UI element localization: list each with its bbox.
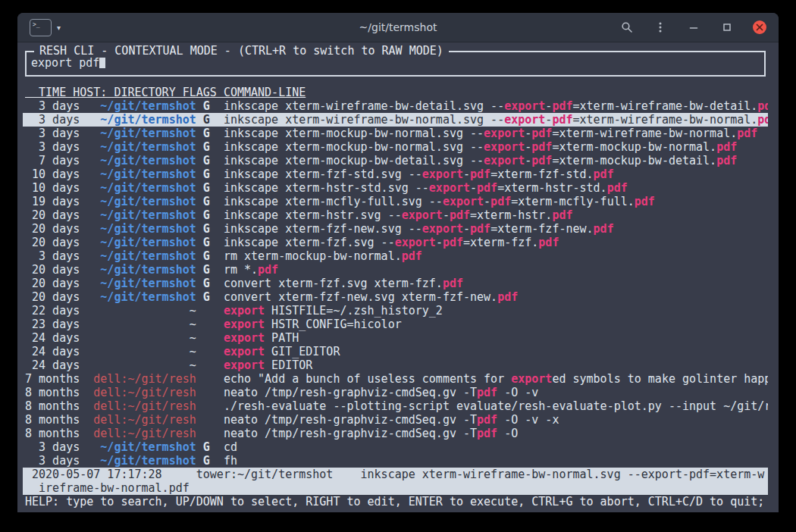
search-icon <box>621 21 633 33</box>
search-button[interactable] <box>619 20 635 35</box>
row-host: ~ <box>80 331 196 345</box>
titlebar: >_ ▾ ~/git/termshot <box>17 13 779 42</box>
table-row[interactable]: 3 days ~/git/termshot G cd <box>23 440 768 454</box>
row-command: neato /tmp/resh-graphviz-cmdSeq.gv -Tpdf… <box>224 413 559 427</box>
table-row[interactable]: 3 days ~/git/termshot G rm xterm-mockup-… <box>23 249 768 263</box>
row-flag <box>196 386 224 399</box>
table-row[interactable]: 7 months dell:~/git/resh echo "Add a bun… <box>23 372 768 386</box>
row-command: fh <box>224 454 237 468</box>
table-row[interactable]: 10 days ~/git/termshot G inkscape xterm-… <box>23 167 768 181</box>
table-row[interactable]: 20 days ~/git/termshot G convert xterm-f… <box>23 290 768 304</box>
table-row[interactable]: 24 days ~ export EDITOR <box>23 358 768 372</box>
table-row[interactable]: 24 days ~ export PATH <box>23 331 768 345</box>
history-list: 3 days ~/git/termshot G inkscape xterm-w… <box>23 99 768 468</box>
row-host: dell:~/git/resh <box>80 386 196 399</box>
kebab-menu-icon <box>654 21 666 33</box>
row-command: inkscape xterm-mockup-bw-normal.svg --ex… <box>224 140 737 154</box>
row-host: ~/git/termshot <box>80 277 196 290</box>
search-box-title: RESH CLI - CONTEXTUAL MODE - (CTRL+R to … <box>34 44 449 58</box>
row-time: 3 days <box>25 140 80 154</box>
table-row[interactable]: 10 days ~/git/termshot G inkscape xterm-… <box>23 181 768 195</box>
row-flag: G <box>196 277 224 290</box>
row-flag: G <box>196 208 224 222</box>
detail-line-1: 2020-05-07 17:17:28 tower:~/git/termshot… <box>23 468 768 481</box>
row-command: rm xterm-mockup-bw-normal.pdf <box>224 249 422 263</box>
row-time: 3 days <box>25 249 80 263</box>
row-flag: G <box>196 195 224 208</box>
table-row[interactable]: 20 days ~/git/termshot G inkscape xterm-… <box>23 236 768 249</box>
table-row[interactable]: 24 days ~ export GIT_EDITOR <box>23 345 768 358</box>
close-button[interactable] <box>753 20 766 34</box>
row-command: export GIT_EDITOR <box>224 345 340 358</box>
table-row[interactable]: 8 months dell:~/git/resh neato /tmp/resh… <box>23 413 768 427</box>
minimize-button[interactable] <box>686 20 701 35</box>
close-icon <box>756 23 763 31</box>
table-row[interactable]: 22 days ~ export HISTFILE=~/.zsh_history… <box>23 304 768 318</box>
row-flag: G <box>196 154 224 167</box>
row-command: inkscape xterm-mcfly-full.svg --export-p… <box>224 195 655 208</box>
table-row[interactable]: 3 days ~/git/termshot G inkscape xterm-w… <box>23 99 768 113</box>
table-row[interactable]: 19 days ~/git/termshot G inkscape xterm-… <box>23 195 768 208</box>
table-row[interactable]: 8 months dell:~/git/resh neato /tmp/resh… <box>23 386 768 399</box>
row-command: inkscape xterm-hstr.svg --export-pdf=xte… <box>224 208 573 222</box>
menu-button[interactable] <box>653 20 668 35</box>
row-flag: G <box>196 167 224 181</box>
row-flag <box>196 399 224 413</box>
row-time: 10 days <box>25 167 80 181</box>
table-row[interactable]: 20 days ~/git/termshot G inkscape xterm-… <box>23 222 768 236</box>
row-flag: G <box>196 454 224 468</box>
search-box: RESH CLI - CONTEXTUAL MODE - (CTRL+R to … <box>25 51 766 77</box>
table-row[interactable]: 3 days ~/git/termshot G inkscape xterm-w… <box>23 113 768 127</box>
row-host: ~/git/termshot <box>80 208 196 222</box>
table-row[interactable]: 23 days ~ export HSTR_CONFIG=hicolor <box>23 318 768 331</box>
row-time: 3 days <box>25 113 80 127</box>
row-flag: G <box>196 127 224 140</box>
row-time: 3 days <box>25 454 80 468</box>
table-row[interactable]: 3 days ~/git/termshot G fh <box>23 454 768 468</box>
row-time: 20 days <box>25 290 80 304</box>
row-time: 20 days <box>25 236 80 249</box>
row-command: inkscape xterm-fzf-new.svg --export-pdf=… <box>224 222 614 236</box>
detail-line-2: ireframe-bw-normal.pdf <box>23 481 768 495</box>
row-time: 8 months <box>25 399 80 413</box>
row-host: ~ <box>80 304 196 318</box>
row-time: 7 days <box>25 154 80 167</box>
row-time: 20 days <box>25 222 80 236</box>
row-host: ~/git/termshot <box>80 140 196 154</box>
row-time: 20 days <box>25 208 80 222</box>
row-time: 22 days <box>25 304 80 318</box>
chevron-down-icon[interactable]: ▾ <box>57 23 61 32</box>
row-host: dell:~/git/resh <box>80 413 196 427</box>
table-row[interactable]: 20 days ~/git/termshot G convert xterm-f… <box>23 277 768 290</box>
row-time: 24 days <box>25 358 80 372</box>
row-host: ~ <box>80 358 196 372</box>
table-row[interactable]: 8 months dell:~/git/resh neato /tmp/resh… <box>23 427 768 440</box>
table-row[interactable]: 7 days ~/git/termshot G inkscape xterm-m… <box>23 154 768 167</box>
table-row[interactable]: 20 days ~/git/termshot G rm *.pdf <box>23 263 768 277</box>
row-command: ./resh-evaluate --plotting-script evalua… <box>224 399 768 413</box>
restore-button[interactable] <box>719 20 735 35</box>
row-host: ~/git/termshot <box>80 222 196 236</box>
table-row[interactable]: 3 days ~/git/termshot G inkscape xterm-m… <box>23 140 768 154</box>
row-command: inkscape xterm-hstr-std.svg --export-pdf… <box>224 181 628 195</box>
row-command: inkscape xterm-wireframe-bw-detail.svg -… <box>224 99 768 113</box>
row-time: 24 days <box>25 345 80 358</box>
row-flag <box>196 318 224 331</box>
row-command: cd <box>224 440 237 454</box>
new-terminal-button[interactable]: >_ ▾ <box>30 19 61 36</box>
table-row[interactable]: 8 months dell:~/git/resh ./resh-evaluate… <box>23 399 768 413</box>
table-row[interactable]: 3 days ~/git/termshot G inkscape xterm-m… <box>23 127 768 140</box>
row-host: ~/git/termshot <box>80 236 196 249</box>
row-flag <box>196 358 224 372</box>
row-host: ~/git/termshot <box>80 181 196 195</box>
row-flag <box>196 345 224 358</box>
row-host: dell:~/git/resh <box>80 372 196 386</box>
row-command: inkscape xterm-fzf.svg --export-pdf=xter… <box>224 236 559 249</box>
row-time: 24 days <box>25 331 80 345</box>
row-flag: G <box>196 290 224 304</box>
table-row[interactable]: 20 days ~/git/termshot G inkscape xterm-… <box>23 208 768 222</box>
row-command: export HSTR_CONFIG=hicolor <box>224 318 402 331</box>
row-time: 10 days <box>25 181 80 195</box>
text-cursor <box>99 57 105 68</box>
row-host: ~/git/termshot <box>80 127 196 140</box>
